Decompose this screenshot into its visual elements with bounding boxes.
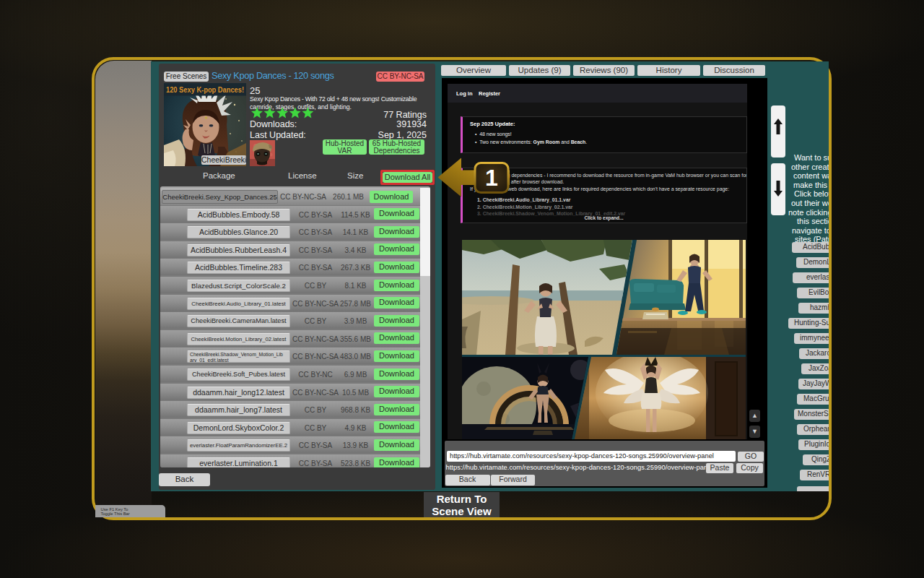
svg-text:120 Sexy K-pop Dances!: 120 Sexy K-pop Dances! <box>166 86 244 94</box>
svg-text:1: 1 <box>485 165 498 191</box>
